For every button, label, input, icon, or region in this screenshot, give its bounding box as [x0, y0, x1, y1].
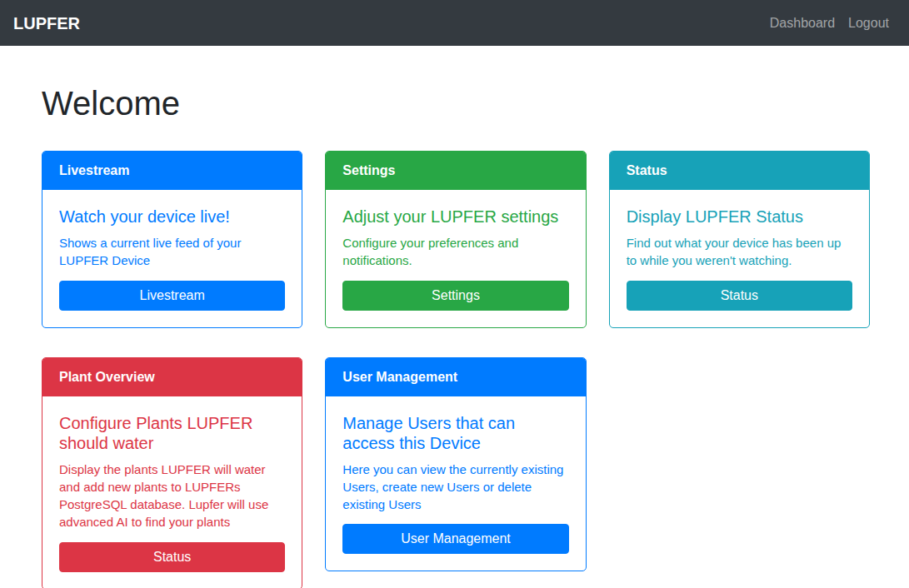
status-button[interactable]: Status: [627, 281, 852, 311]
card-status-title: Display LUPFER Status: [627, 207, 852, 227]
card-livestream-title: Watch your device live!: [59, 207, 285, 227]
nav-link-logout[interactable]: Logout: [842, 9, 896, 37]
card-plant-overview-header: Plant Overview: [42, 358, 302, 396]
user-management-button[interactable]: User Management: [342, 524, 568, 554]
page-title: Welcome: [42, 83, 870, 123]
card-status: Status Display LUPFER Status Find out wh…: [609, 151, 870, 328]
main-content: Welcome Livestream Watch your device liv…: [0, 46, 909, 588]
card-settings-body: Adjust your LUPFER settings Configure yo…: [326, 190, 585, 327]
card-grid: Livestream Watch your device live! Shows…: [42, 151, 870, 588]
plant-status-button[interactable]: Status: [59, 542, 285, 572]
card-plant-overview-text: Display the plants LUPFER will water and…: [59, 461, 285, 531]
card-plant-overview-title: Configure Plants LUPFER should water: [59, 413, 285, 453]
brand-link[interactable]: LUPFER: [13, 15, 80, 32]
card-status-body: Display LUPFER Status Find out what your…: [610, 190, 869, 327]
card-user-management: User Management Manage Users that can ac…: [325, 357, 586, 572]
card-settings: Settings Adjust your LUPFER settings Con…: [325, 151, 586, 328]
card-livestream-text: Shows a current live feed of your LUPFER…: [59, 234, 285, 270]
card-settings-title: Adjust your LUPFER settings: [342, 207, 568, 227]
card-livestream-body: Watch your device live! Shows a current …: [42, 190, 302, 327]
top-navbar: LUPFER Dashboard Logout: [0, 0, 909, 46]
livestream-button[interactable]: Livestream: [59, 281, 285, 311]
card-status-header: Status: [610, 152, 869, 190]
card-settings-text: Configure your preferences and notificat…: [342, 234, 568, 270]
card-plant-overview-body: Configure Plants LUPFER should water Dis…: [42, 396, 302, 588]
card-user-management-title: Manage Users that can access this Device: [342, 413, 568, 453]
card-livestream: Livestream Watch your device live! Shows…: [42, 151, 302, 328]
card-user-management-text: Here you can view the currently existing…: [342, 461, 568, 514]
card-plant-overview: Plant Overview Configure Plants LUPFER s…: [42, 357, 302, 588]
settings-button[interactable]: Settings: [342, 281, 568, 311]
nav-link-dashboard[interactable]: Dashboard: [763, 9, 842, 37]
card-status-text: Find out what your device has been up to…: [627, 234, 852, 270]
card-settings-header: Settings: [326, 152, 585, 190]
navbar-links: Dashboard Logout: [763, 9, 896, 37]
card-user-management-header: User Management: [326, 358, 585, 396]
card-livestream-header: Livestream: [42, 152, 302, 190]
card-user-management-body: Manage Users that can access this Device…: [326, 396, 585, 571]
